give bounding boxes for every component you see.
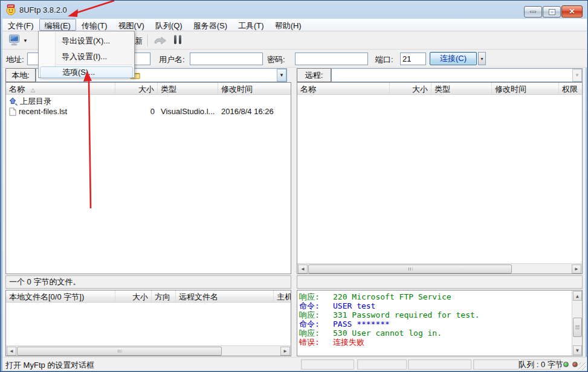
statusbar-cell (408, 359, 471, 370)
scroll-thumb[interactable] (308, 265, 512, 274)
username-input[interactable] (190, 53, 263, 65)
file-icon (9, 107, 16, 116)
remote-tab[interactable]: 远程: (297, 68, 331, 82)
menu-view[interactable]: 视图(V) (113, 19, 150, 31)
remote-col-size[interactable]: 大小 (390, 83, 431, 94)
window-title: 8UFtp 3.8.2.0 (19, 5, 67, 14)
remote-path-combobox[interactable] (331, 68, 583, 82)
local-file-panel: 名称△ 大小 类型 修改时间 上层目录 recent- (5, 82, 291, 274)
close-button[interactable]: ✕ (561, 5, 583, 18)
chevron-down-icon: ▼ (279, 72, 284, 78)
remote-col-modified[interactable]: 修改时间 (492, 83, 559, 94)
statusbar: 打开 MyFtp 的设置对话框 队列 : 0 字节 (2, 357, 587, 371)
maximize-icon (549, 10, 555, 14)
statusbar-cell (473, 359, 519, 370)
port-label: 端口: (375, 54, 393, 65)
menu-item-options[interactable]: 选项(S)... (40, 66, 133, 78)
pause-icon (174, 35, 176, 44)
log-label: 响应: (299, 310, 327, 319)
menu-item-import-settings[interactable]: 导入设置(I)... (40, 50, 133, 64)
password-input[interactable] (295, 53, 368, 65)
log-text: 331 Password required for test. (333, 310, 480, 319)
local-col-modified[interactable]: 修改时间 (218, 83, 291, 94)
log-label: 命令: (299, 319, 327, 329)
transfer-button[interactable] (153, 35, 167, 46)
computer-icon (8, 34, 21, 46)
local-tab[interactable]: 本地: (5, 68, 36, 82)
scroll-right-icon[interactable]: ► (572, 265, 581, 274)
remote-col-name[interactable]: 名称 (297, 83, 390, 94)
log-text: 220 Microsoft FTP Service (333, 292, 451, 301)
maximize-button[interactable] (543, 6, 561, 18)
connect-button[interactable]: 连接(C) (430, 52, 477, 65)
menu-edit[interactable]: 编辑(E) (39, 19, 76, 31)
local-col-size[interactable]: 大小 (115, 83, 158, 94)
transfer-queue-panel: 本地文件名[0/0 字节]) 大小 方向 远程文件名 主机 ◄ ► (5, 290, 291, 356)
queue-col-remotefile[interactable]: 远程文件名 (176, 290, 274, 302)
scroll-thumb[interactable] (573, 318, 582, 337)
local-combo-dropdown[interactable]: ▼ (277, 69, 286, 82)
log-line: 命令: USER test (299, 301, 570, 310)
password-label: 密码: (267, 54, 285, 65)
queue-col-localfile[interactable]: 本地文件名[0/0 字节]) (6, 290, 115, 302)
file-name: recent-files.lst (19, 107, 67, 116)
annotation-arrowhead-icon (68, 9, 78, 17)
menu-transfer[interactable]: 传输(T) (76, 19, 113, 31)
remote-column-headers: 名称 大小 类型 修改时间 权限 (297, 83, 582, 95)
pause-button[interactable] (174, 35, 181, 44)
scroll-left-icon[interactable]: ◄ (298, 265, 308, 274)
local-column-headers: 名称△ 大小 类型 修改时间 (6, 83, 291, 95)
log-vscrollbar[interactable]: ▲ ▼ (572, 290, 582, 356)
log-text: 连接失败 (333, 338, 364, 347)
app-window: FTP 8UFtp 3.8.2.0 ✕ 文件(F) 编辑(E) 传输(T) 视图… (0, 0, 588, 372)
table-row[interactable]: recent-files.lst 0 VisualStudio.l... 201… (6, 106, 291, 117)
menu-item-export-settings[interactable]: 导出设置(X)... (40, 34, 133, 48)
remote-hscrollbar[interactable]: ◄ ► (297, 263, 582, 274)
log-line: 响应: 530 User cannot log in. (299, 329, 570, 338)
queue-col-host[interactable]: 主机 (274, 290, 291, 302)
up-directory-icon (9, 97, 18, 106)
menu-server[interactable]: 服务器(S) (188, 19, 233, 31)
scroll-down-icon[interactable]: ▼ (573, 345, 582, 355)
scroll-up-icon[interactable]: ▲ (573, 291, 582, 301)
queue-column-headers: 本地文件名[0/0 字节]) 大小 方向 远程文件名 主机 (6, 290, 291, 303)
username-label: 用户名: (159, 54, 185, 65)
queue-col-direction[interactable]: 方向 (152, 290, 176, 302)
menu-help[interactable]: 帮助(H) (270, 19, 307, 31)
remote-col-permission[interactable]: 权限 (559, 83, 582, 94)
scroll-left-icon[interactable]: ◄ (7, 347, 16, 356)
port-input[interactable] (400, 53, 426, 65)
minimize-button[interactable] (524, 6, 542, 18)
connect-dropdown-button[interactable]: ▼ (478, 52, 486, 65)
local-col-type[interactable]: 类型 (158, 83, 218, 94)
statusbar-message: 打开 MyFtp 的设置对话框 (5, 360, 94, 371)
queue-hscrollbar[interactable]: ◄ ► (6, 345, 291, 356)
menu-file[interactable]: 文件(F) (2, 19, 39, 31)
scroll-right-icon[interactable]: ► (280, 347, 290, 356)
pause-icon (179, 35, 181, 44)
log-label: 命令: (299, 301, 327, 310)
local-col-name[interactable]: 名称△ (6, 83, 115, 94)
file-modified: 2016/8/4 16:26 (218, 107, 291, 116)
menu-queue[interactable]: 队列(Q) (150, 19, 188, 31)
remote-col-type[interactable]: 类型 (431, 83, 492, 94)
minimize-icon (530, 11, 536, 13)
resize-grip[interactable] (578, 362, 586, 370)
remote-status-strip (297, 275, 583, 289)
status-led-red-icon (572, 362, 578, 367)
menubar: 文件(F) 编辑(E) 传输(T) 视图(V) 队列(Q) 服务器(S) 工具(… (2, 19, 587, 31)
statusbar-cell (301, 359, 354, 370)
refresh-button-partial[interactable]: 新 (135, 36, 143, 46)
table-row[interactable]: 上层目录 (6, 96, 291, 106)
address-label: 地址: (6, 54, 24, 65)
chevron-down-icon: ▼ (575, 72, 580, 78)
queue-col-size[interactable]: 大小 (115, 290, 152, 302)
log-text: PASS ******* (333, 319, 390, 329)
connect-site-button[interactable]: ▼ (8, 34, 31, 47)
scroll-thumb[interactable] (17, 347, 222, 356)
file-type: VisualStudio.l... (158, 107, 218, 116)
log-panel: 响应: 220 Microsoft FTP Service 命令: USER t… (297, 290, 583, 356)
menu-tools[interactable]: 工具(T) (233, 19, 270, 31)
close-icon: ✕ (569, 8, 575, 15)
log-label: 错误: (299, 338, 327, 347)
